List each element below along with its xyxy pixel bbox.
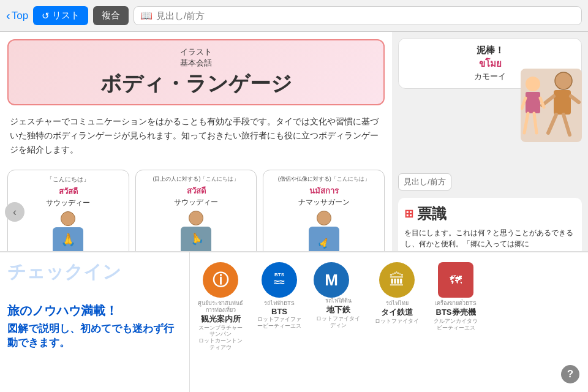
article-body-text: ジェスチャーでコミュニケーションをはかることも有効な手段です。タイでは文化や習慣… — [10, 117, 379, 154]
lower-left: チェックイン 旅のノウハウ満載！ 図解で説明し、初めてでも迷わず行動できます。 — [0, 252, 190, 392]
mrt-reading: ロットファイタイディン — [314, 315, 363, 329]
prev-arrow[interactable]: ‹ — [5, 202, 24, 222]
bts-machine-icon-circle: 🗺 — [438, 262, 473, 298]
hyoshiki-body: を目にします。これは何？と思うことがあるできるし、何かと便利。「郷に入っては郷に — [404, 227, 576, 250]
lower-section: チェックイン 旅のノウハウ満載！ 図解で説明し、初めてでも迷わず行動できます。 … — [0, 251, 588, 392]
info-icon-circle: ⓘ — [203, 262, 238, 298]
promo-text-1: 旅のノウハウ満載！ — [7, 303, 182, 319]
list-icon: ↺ — [42, 10, 50, 21]
thief-label: 泥棒！ — [407, 45, 573, 56]
right-section2: 見出し/前方 ⊞ 票識 を目にします。これは何？と思うことがあるできるし、何かと… — [392, 168, 588, 265]
chevron-left-icon: ‹ — [6, 9, 10, 23]
article-body: ジェスチャーでコミュニケーションをはかることも有効な手段です。タイでは文化や習慣… — [0, 110, 392, 162]
book-icon: 📖 — [140, 10, 153, 21]
mrt-thai: รถไฟใต้ดิน — [314, 298, 363, 304]
article-title: ボディ・ランゲージ — [18, 70, 374, 98]
thief-illustration — [521, 69, 582, 142]
mrt-jp: 地下鉄 — [314, 304, 363, 315]
svg-rect-1 — [554, 90, 571, 115]
list-button[interactable]: ↺ リスト — [33, 6, 88, 25]
svg-line-4 — [548, 115, 556, 133]
kanko-reading: スーンプラチャーサンパンロットカーントンティアウ — [196, 325, 245, 351]
thai-rail-reading: ロットファイタイ — [372, 318, 421, 325]
fukugo-label: 複合 — [102, 10, 120, 20]
svg-line-3 — [571, 96, 579, 102]
icon-chikatetsu[interactable]: M รถไฟใต้ดิน 地下鉄 ロットファイタイディン — [314, 262, 363, 328]
thai-rail-jp: タイ鉄道 — [372, 307, 421, 318]
svg-rect-7 — [526, 92, 540, 113]
bts-icon-circle: BTS ≈≈ — [262, 262, 297, 298]
icon-thai-rail[interactable]: 🏛 รถไฟไทย タイ鉄道 ロットファイタイ — [372, 262, 421, 325]
svg-line-8 — [522, 98, 526, 108]
article-header: イラスト 基本会話 ボディ・ランゲージ — [7, 39, 385, 105]
bts-reading: ロットファイファービーティーエス — [255, 316, 304, 330]
icon-bts[interactable]: BTS ≈≈ รถไฟฟ้าBTS BTS ロットファイファービーティーエス — [255, 262, 304, 329]
hyoshiki-section: ⊞ 票識 を目にします。これは何？と思うことがあるできるし、何かと便利。「郷に入… — [398, 198, 582, 256]
bts-machine-thai: เครื่องขายตั๋วBTS — [431, 300, 480, 307]
lower-help-btn[interactable]: ? — [561, 365, 579, 383]
bts-thai: รถไฟฟ้าBTS — [255, 300, 304, 307]
back-button[interactable]: ‹ Top — [6, 9, 28, 23]
search-input[interactable] — [156, 10, 575, 21]
svg-point-6 — [526, 77, 540, 91]
svg-line-5 — [564, 115, 570, 135]
fukugo-button[interactable]: 複合 — [93, 6, 129, 25]
icon-kanko[interactable]: ⓘ ศูนย์ประชาสัมพันธ์การท่องเที่ยว 観光案内所 … — [196, 262, 245, 351]
mrt-icon: M — [314, 262, 349, 298]
back-label: Top — [12, 10, 28, 22]
bts-machine-reading: クルアンカイタウビーティーエス — [431, 318, 480, 331]
bts-jp: BTS — [255, 307, 304, 316]
hyoshiki-title: ⊞ 票識 — [404, 204, 576, 224]
thai-rail-icon-circle: 🏛 — [379, 262, 415, 298]
article-subtitle: イラスト 基本会話 — [18, 47, 374, 69]
icon-grid: ⓘ ศูนย์ประชาสัมพันธ์การท่องเที่ยว 観光案内所 … — [196, 262, 582, 351]
icon-bts-machine[interactable]: 🗺 เครื่องขายตั๋วBTS BTS券売機 クルアンカイタウビーティー… — [431, 262, 480, 331]
list-label: リスト — [52, 10, 80, 21]
bts-machine-jp: BTS券売機 — [431, 307, 480, 318]
search-bar[interactable]: 📖 — [134, 6, 582, 25]
svg-point-0 — [555, 72, 572, 89]
thai-rail-thai: รถไฟไทย — [372, 300, 421, 307]
svg-line-11 — [534, 113, 537, 133]
nav-bar: ‹ Top ↺ リスト 複合 📖 — [0, 0, 588, 32]
promo-text-2: 図解で説明し、初めてでも迷わず行動できます。 — [7, 322, 182, 350]
svg-line-10 — [524, 113, 528, 133]
kanko-jp: 観光案内所 — [196, 314, 245, 325]
search-label: 見出し/前方 — [398, 173, 451, 190]
lower-right: ⓘ ศูนย์ประชาสัมพันธ์การท่องเที่ยว 観光案内所 … — [190, 252, 588, 392]
kanko-thai: ศูนย์ประชาสัมพันธ์การท่องเที่ยว — [196, 300, 245, 314]
